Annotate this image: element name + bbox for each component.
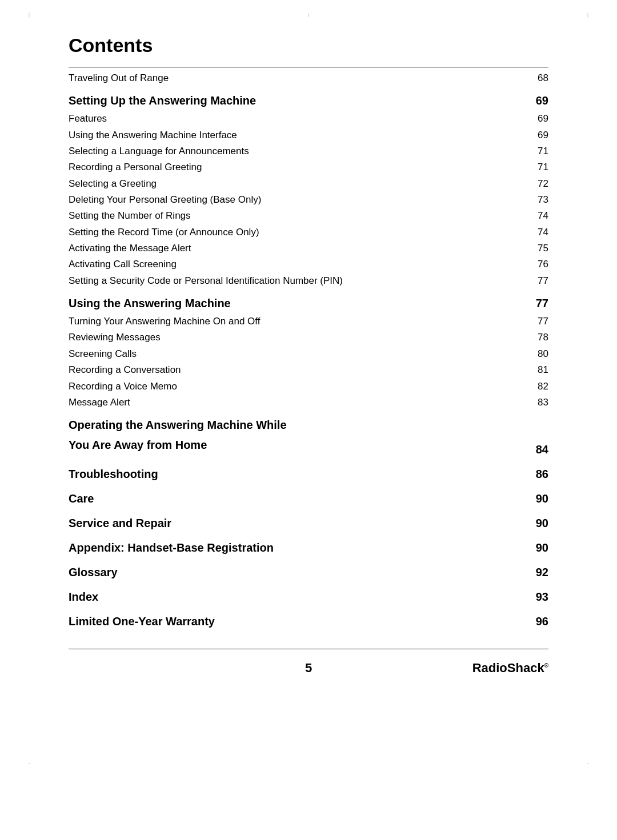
toc-label-security-code: Setting a Security Code or Personal Iden…: [69, 273, 512, 289]
page-title: Contents: [69, 34, 548, 57]
toc-page-message-alert: 83: [512, 395, 548, 411]
toc-row-service-repair: Service and Repair 90: [69, 509, 548, 533]
toc-label-care: Care: [69, 484, 512, 509]
toc-label-num-rings: Setting the Number of Rings: [69, 208, 512, 224]
toc-page-msg-alert: 75: [512, 240, 548, 256]
toc-page-voice-memo: 82: [512, 379, 548, 395]
toc-label-personal-greeting: Recording a Personal Greeting: [69, 159, 512, 175]
toc-page-interface: 69: [512, 127, 548, 143]
toc-label-glossary: Glossary: [69, 558, 512, 582]
toc-label-call-screening: Activating Call Screening: [69, 256, 512, 272]
toc-row-appendix: Appendix: Handset-Base Registration 90: [69, 533, 548, 558]
toc-label-voice-memo: Recording a Voice Memo: [69, 379, 512, 395]
toc-row-record-time: Setting the Record Time (or Announce Onl…: [69, 224, 548, 240]
toc-row-selecting-greeting: Selecting a Greeting 72: [69, 176, 548, 192]
toc-row-num-rings: Setting the Number of Rings 74: [69, 208, 548, 224]
toc-page-security-code: 77: [512, 273, 548, 289]
toc-page-glossary: 92: [512, 558, 548, 582]
toc-row-troubleshooting: Troubleshooting 86: [69, 460, 548, 484]
toc-row-care: Care 90: [69, 484, 548, 509]
toc-page-personal-greeting: 71: [512, 159, 548, 175]
toc-page-warranty: 96: [512, 607, 548, 632]
toc-row-operating-line1: Operating the Answering Machine While: [69, 411, 548, 435]
toc-label-operating-line1: Operating the Answering Machine While: [69, 411, 512, 435]
toc-label-deleting-greeting: Deleting Your Personal Greeting (Base On…: [69, 192, 512, 208]
corner-mark-br: -: [587, 759, 588, 766]
toc-label-service-repair: Service and Repair: [69, 509, 512, 533]
toc-page-setting-up: 69: [512, 86, 548, 111]
toc-label-appendix: Appendix: Handset-Base Registration: [69, 533, 512, 558]
brand-dot: ®: [544, 662, 548, 669]
toc-label-reviewing-msgs: Reviewing Messages: [69, 329, 512, 345]
toc-page-call-screening: 76: [512, 256, 548, 272]
toc-row-call-screening: Activating Call Screening 76: [69, 256, 548, 272]
toc-page-index: 93: [512, 582, 548, 607]
toc-row-screening-calls: Screening Calls 80: [69, 346, 548, 362]
toc-label-language: Selecting a Language for Announcements: [69, 143, 512, 159]
toc-label-interface: Using the Answering Machine Interface: [69, 127, 512, 143]
toc-page-record-time: 74: [512, 224, 548, 240]
toc-page-care: 90: [512, 484, 548, 509]
toc-row-warranty: Limited One-Year Warranty 96: [69, 607, 548, 632]
toc-page-operating-line1: [512, 411, 548, 435]
toc-row-glossary: Glossary 92: [69, 558, 548, 582]
toc-label-troubleshooting: Troubleshooting: [69, 460, 512, 484]
toc-table: Traveling Out of Range 68 Setting Up the…: [69, 67, 548, 632]
toc-row-message-alert: Message Alert 83: [69, 395, 548, 411]
toc-label-operating-line2: You Are Away from Home: [69, 435, 512, 460]
toc-label-screening-calls: Screening Calls: [69, 346, 512, 362]
toc-page-turning-on-off: 77: [512, 314, 548, 329]
toc-row-setting-up: Setting Up the Answering Machine 69: [69, 86, 548, 111]
toc-page-troubleshooting: 86: [512, 460, 548, 484]
toc-page-num-rings: 74: [512, 208, 548, 224]
toc-label-rec-conversation: Recording a Conversation: [69, 362, 512, 378]
toc-label-index: Index: [69, 582, 512, 607]
toc-row-rec-conversation: Recording a Conversation 81: [69, 362, 548, 378]
toc-row-personal-greeting: Recording a Personal Greeting 71: [69, 159, 548, 175]
toc-label-using-heading: Using the Answering Machine: [69, 289, 512, 314]
toc-label-msg-alert: Activating the Message Alert: [69, 240, 512, 256]
toc-row-reviewing-msgs: Reviewing Messages 78: [69, 329, 548, 345]
corner-mark-tc: ↓: [307, 11, 310, 18]
toc-label-turning-on-off: Turning Your Answering Machine On and Of…: [69, 314, 512, 329]
bottom-rule: [69, 649, 548, 649]
footer-brand: RadioShack®: [472, 661, 548, 676]
toc-row-deleting-greeting: Deleting Your Personal Greeting (Base On…: [69, 192, 548, 208]
toc-page-selecting-greeting: 72: [512, 176, 548, 192]
toc-page-service-repair: 90: [512, 509, 548, 533]
toc-page-appendix: 90: [512, 533, 548, 558]
toc-row-security-code: Setting a Security Code or Personal Iden…: [69, 273, 548, 289]
toc-page-screening-calls: 80: [512, 346, 548, 362]
toc-label-traveling: Traveling Out of Range: [69, 67, 512, 86]
toc-row-traveling: Traveling Out of Range 68: [69, 67, 548, 86]
toc-label-message-alert: Message Alert: [69, 395, 512, 411]
page: | ↓ | - - Contents Traveling Out of Rang…: [0, 0, 617, 840]
footer: 5 RadioShack®: [69, 661, 548, 676]
toc-page-traveling: 68: [512, 67, 548, 86]
toc-row-msg-alert: Activating the Message Alert 75: [69, 240, 548, 256]
toc-page-operating-line2: 84: [512, 435, 548, 460]
corner-mark-bl: -: [29, 759, 30, 766]
toc-row-voice-memo: Recording a Voice Memo 82: [69, 379, 548, 395]
toc-row-using-heading: Using the Answering Machine 77: [69, 289, 548, 314]
toc-row-operating-line2: You Are Away from Home 84: [69, 435, 548, 460]
footer-page-number: 5: [229, 661, 388, 676]
toc-label-setting-up: Setting Up the Answering Machine: [69, 86, 512, 111]
toc-page-rec-conversation: 81: [512, 362, 548, 378]
corner-mark-tl: |: [29, 11, 30, 18]
toc-row-index: Index 93: [69, 582, 548, 607]
toc-page-reviewing-msgs: 78: [512, 329, 548, 345]
toc-page-using-heading: 77: [512, 289, 548, 314]
toc-label-features: Features: [69, 111, 512, 127]
toc-label-warranty: Limited One-Year Warranty: [69, 607, 512, 632]
toc-page-features: 69: [512, 111, 548, 127]
toc-row-language: Selecting a Language for Announcements 7…: [69, 143, 548, 159]
toc-page-language: 71: [512, 143, 548, 159]
toc-row-features: Features 69: [69, 111, 548, 127]
corner-mark-tr: |: [587, 11, 588, 18]
toc-row-turning-on-off: Turning Your Answering Machine On and Of…: [69, 314, 548, 329]
toc-page-deleting-greeting: 73: [512, 192, 548, 208]
toc-label-record-time: Setting the Record Time (or Announce Onl…: [69, 224, 512, 240]
toc-row-interface: Using the Answering Machine Interface 69: [69, 127, 548, 143]
toc-label-selecting-greeting: Selecting a Greeting: [69, 176, 512, 192]
